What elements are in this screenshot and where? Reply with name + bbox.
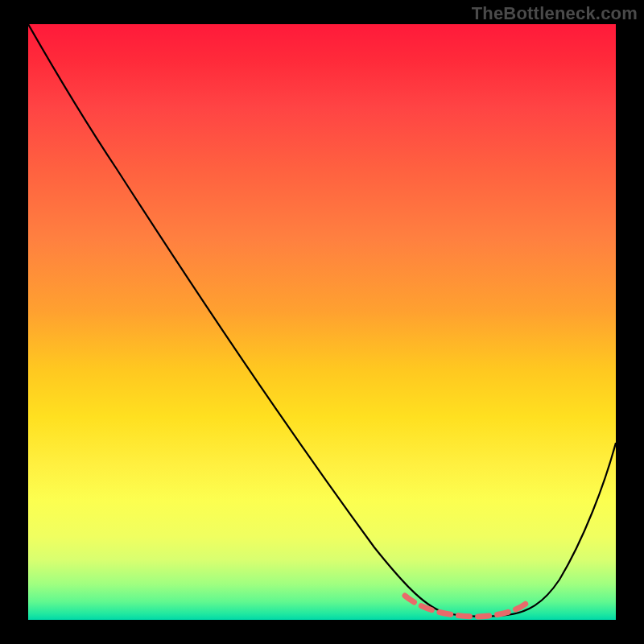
bottleneck-curve <box>28 24 616 620</box>
watermark-text: TheBottleneck.com <box>472 3 638 24</box>
plot-area <box>28 24 616 620</box>
valley-highlight <box>405 596 526 617</box>
chart-canvas: TheBottleneck.com <box>0 0 644 644</box>
curve-path <box>28 24 616 617</box>
